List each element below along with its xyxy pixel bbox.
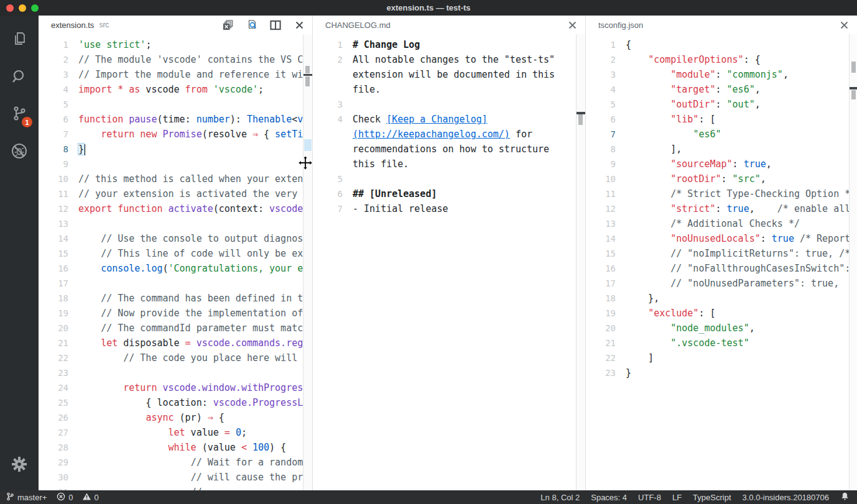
line-number[interactable]: 22	[39, 351, 68, 365]
line-number[interactable]: 29	[39, 455, 68, 470]
line-number[interactable]: 3	[313, 97, 343, 112]
code-line[interactable]: 18 },	[586, 291, 857, 306]
line-number[interactable]: 21	[39, 336, 68, 351]
line-number[interactable]: 8	[39, 142, 68, 157]
line-number[interactable]: 24	[39, 380, 68, 395]
line-number[interactable]: 4	[39, 82, 68, 97]
code-line[interactable]: (http://keepachangelog.com/) for	[313, 127, 585, 142]
scrollbar-thumb[interactable]	[851, 62, 856, 73]
line-number[interactable]: 4	[586, 82, 616, 97]
line-number[interactable]: 2	[39, 52, 68, 67]
encoding[interactable]: UTF-8	[638, 493, 661, 502]
line-number[interactable]: 18	[39, 291, 68, 306]
code-line[interactable]: 12export function activate(context: vsco…	[39, 201, 312, 216]
line-number[interactable]: 12	[586, 201, 616, 216]
line-number[interactable]: 15	[39, 246, 68, 261]
code-line[interactable]: 20 // The commandId parameter must match	[39, 321, 312, 336]
line-number[interactable]: 10	[39, 172, 68, 186]
line-number[interactable]: 1	[39, 37, 68, 52]
line-number[interactable]: 14	[39, 231, 68, 246]
line-number[interactable]: 30	[39, 470, 68, 485]
code-line[interactable]: 13	[39, 216, 312, 231]
problems-status[interactable]: 0 0	[57, 492, 98, 503]
code-line[interactable]: 12 "strict": true, /* enable all	[586, 201, 857, 216]
line-number[interactable]: 10	[586, 172, 616, 186]
code-line[interactable]: 2 "compilerOptions": {	[586, 52, 857, 67]
code-line[interactable]: 1{	[586, 37, 857, 52]
line-number[interactable]: 25	[39, 395, 68, 410]
line-number[interactable]: 9	[39, 157, 68, 172]
line-number[interactable]: 5	[313, 172, 343, 186]
code-line[interactable]: 21 let disposable = vscode.commands.regi	[39, 336, 312, 351]
cursor-position[interactable]: Ln 8, Col 2	[540, 493, 580, 502]
code-line[interactable]: 31 // ...	[39, 485, 312, 490]
code-line[interactable]: 23}	[586, 365, 857, 380]
line-number[interactable]: 23	[586, 365, 616, 380]
sidebar-item-settings[interactable]	[5, 449, 34, 482]
line-number[interactable]: 2	[586, 52, 616, 67]
line-number[interactable]: 28	[39, 440, 68, 455]
scrollbar-thumb[interactable]	[578, 114, 583, 125]
line-number[interactable]	[313, 157, 343, 172]
line-number[interactable]: 22	[586, 351, 616, 365]
code-line[interactable]: 10// this method is called when your ext…	[39, 172, 312, 186]
close-icon[interactable]	[567, 19, 578, 30]
code-line[interactable]: 27 let value = 0;	[39, 425, 312, 440]
line-number[interactable]	[313, 127, 343, 142]
line-number[interactable]: 27	[39, 425, 68, 440]
code-line[interactable]: 2// The module 'vscode' contains the VS …	[39, 52, 312, 67]
code-line[interactable]: 19 // Now provide the implementation of	[39, 306, 312, 321]
code-line[interactable]: 24 return vscode.window.withProgress	[39, 380, 312, 395]
code-line[interactable]: 4 "target": "es6",	[586, 82, 857, 97]
code-line[interactable]: 25 { location: vscode.ProgressLo	[39, 395, 312, 410]
line-number[interactable]: 26	[39, 410, 68, 425]
line-number[interactable]: 5	[39, 97, 68, 112]
line-number[interactable]: 14	[586, 231, 616, 246]
code-line[interactable]: 9	[39, 157, 312, 172]
code-line[interactable]: 18 // The command has been defined in th	[39, 291, 312, 306]
code-line[interactable]: this file.	[313, 157, 585, 172]
line-number[interactable]: 6	[313, 186, 343, 201]
line-number[interactable]: 9	[586, 157, 616, 172]
code-line[interactable]: 1'use strict';	[39, 37, 312, 52]
code-line[interactable]: 5	[39, 97, 312, 112]
sidebar-item-source-control[interactable]: 1	[5, 99, 34, 131]
scrollbar-thumb[interactable]	[851, 90, 856, 99]
line-number[interactable]: 11	[586, 186, 616, 201]
line-number[interactable]: 12	[39, 201, 68, 216]
code-line[interactable]: 2All notable changes to the "test-ts"	[313, 52, 585, 67]
line-number[interactable]	[313, 67, 343, 82]
code-line[interactable]: recommendations on how to structure	[313, 142, 585, 157]
sidebar-item-explorer[interactable]	[5, 24, 34, 57]
code-line[interactable]: 10 "rootDir": "src",	[586, 172, 857, 186]
line-number[interactable]: 19	[39, 306, 68, 321]
line-number[interactable]: 4	[313, 112, 343, 127]
code-line[interactable]: 16 // "noFallthroughCasesInSwitch":	[586, 261, 857, 276]
tab-changelog-md[interactable]: CHANGELOG.md	[313, 16, 585, 34]
code-line[interactable]: 4import * as vscode from 'vscode';	[39, 82, 312, 97]
split-editor-icon[interactable]	[270, 19, 281, 30]
line-number[interactable]: 11	[39, 186, 68, 201]
line-number[interactable]: 2	[313, 52, 343, 67]
sidebar-item-search[interactable]	[5, 62, 34, 94]
code-line[interactable]: 8 ],	[586, 142, 857, 157]
line-number[interactable]	[313, 142, 343, 157]
code-line[interactable]: 11// your extension is activated the ver…	[39, 186, 312, 201]
code-line[interactable]: 15 // This line of code will only be exe	[39, 246, 312, 261]
code-line[interactable]: 30 // will cause the pro	[39, 470, 312, 485]
code-line[interactable]: 3// Import the module and reference it w…	[39, 67, 312, 82]
code-line[interactable]: 20 "node_modules",	[586, 321, 857, 336]
line-number[interactable]: 20	[586, 321, 616, 336]
line-number[interactable]: 23	[39, 365, 68, 380]
code-line[interactable]: 29 // Wait for a random	[39, 455, 312, 470]
scrollbar-thumb[interactable]	[305, 76, 310, 86]
line-number[interactable]: 19	[586, 306, 616, 321]
line-number[interactable]: 21	[586, 336, 616, 351]
code-line[interactable]: 21 ".vscode-test"	[586, 336, 857, 351]
line-number[interactable]: 13	[39, 216, 68, 231]
code-line[interactable]: 22 ]	[586, 351, 857, 365]
code-line[interactable]: 8}	[39, 142, 312, 157]
close-icon[interactable]	[838, 19, 850, 30]
close-icon[interactable]	[294, 19, 305, 30]
code-line[interactable]: 3 "module": "commonjs",	[586, 67, 857, 82]
